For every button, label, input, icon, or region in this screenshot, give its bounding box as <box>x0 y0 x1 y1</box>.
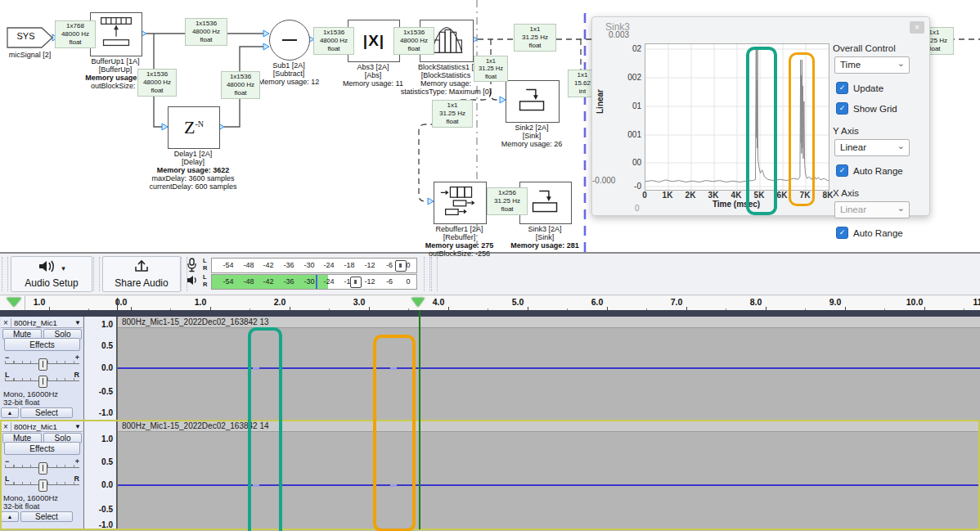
port-triangle-icon <box>500 97 506 103</box>
update-checkbox[interactable]: ✓Update <box>836 82 924 94</box>
y-auto-range-checkbox[interactable]: ✓Auto Range <box>836 164 924 177</box>
block-sink2[interactable] <box>506 80 560 123</box>
vertical-scale-ruler[interactable]: 1.00.50.0-0.5-1.0 <box>84 421 117 529</box>
collapse-button[interactable]: ▲ <box>1 407 19 418</box>
ruler-time-label: 9.0 <box>819 297 852 307</box>
track-close-button[interactable]: × <box>1 422 11 431</box>
track-format-info: 32-bit float <box>3 398 39 407</box>
ruler-time-label: 2.0 <box>263 297 296 307</box>
ruler-time-label: 6.0 <box>581 297 614 307</box>
timeline-ruler[interactable]: 1.00.01.02.03.04.05.06.07.08.09.010.011 <box>0 296 980 310</box>
chevron-down-icon: ⌄ <box>897 138 905 153</box>
x-axis-dropdown[interactable]: Linear⌄ <box>834 201 910 218</box>
meter-peak-indicator <box>350 277 362 288</box>
audio-clip[interactable]: 800Hz_Mic1-15_2022Dec02_163842 13 <box>117 317 980 420</box>
clip-title-bar[interactable]: 800Hz_Mic1-15_2022Dec02_163842 13 <box>118 317 980 328</box>
track-name-bar[interactable]: ×800Hz_Mic1▼ <box>1 317 83 328</box>
pan-slider-thumb[interactable] <box>38 479 47 492</box>
scope-y-tick: 00 <box>609 158 641 167</box>
meter-scale-number: -24 <box>318 277 339 286</box>
overall-control-dropdown[interactable]: Time⌄ <box>834 56 910 74</box>
block-label: SYS <box>7 31 45 41</box>
ruler-time-label: 5.0 <box>501 297 534 307</box>
pan-slider-thumb[interactable] <box>38 376 47 388</box>
channel-label-right: R <box>203 265 207 272</box>
track-menu-caret-icon[interactable]: ▼ <box>74 319 83 326</box>
scale-value: -1.0 <box>85 520 113 529</box>
delay-z-icon: Z-N <box>184 117 204 138</box>
meter-scale-number: -36 <box>278 261 299 269</box>
audacity-toolbar: ▾ Audio Setup Share Audio LR-54-48-42-36… <box>0 254 980 295</box>
pan-slider[interactable]: LR <box>3 371 81 387</box>
signal-label: 1x153648000 Hzfloat <box>137 69 177 97</box>
scale-value: -1.0 <box>85 408 113 417</box>
scale-value: 1.0 <box>85 320 113 329</box>
effects-button[interactable]: Effects <box>4 442 80 455</box>
toolbar-grip[interactable] <box>431 257 438 291</box>
signal-label: 1x153648000 Hzfloat <box>221 71 260 99</box>
play-position-marker[interactable] <box>411 298 425 307</box>
block-caption-delay1: Delay1 [2A][Delay]Memory usage: 3622maxD… <box>128 150 258 191</box>
gain-slider[interactable]: −+ <box>3 457 81 474</box>
scope-y-tick: 001 <box>609 130 641 139</box>
collapse-button[interactable]: ▲ <box>1 511 19 522</box>
block-sub1[interactable] <box>269 20 310 61</box>
gain-slider[interactable]: −+ <box>3 353 81 370</box>
scope-close-button[interactable]: × <box>910 21 924 34</box>
playback-meter[interactable]: -54-48-42-36-30-24-18-12-60 <box>211 274 417 290</box>
track-menu-caret-icon[interactable]: ▼ <box>74 423 83 430</box>
show-grid-checkbox[interactable]: ✓Show Grid <box>836 102 924 115</box>
block-abs3[interactable]: |X| <box>348 20 400 62</box>
sink-icon <box>522 182 569 223</box>
block-diagram-canvas: SYSmicSignal [2]BufferUp1 [1A][BufferUp]… <box>0 0 980 252</box>
track-close-button[interactable]: × <box>1 318 11 327</box>
vertical-scale-ruler[interactable]: 1.00.50.0-0.5-1.0 <box>84 317 117 420</box>
ruler-time-label: 4.0 <box>422 297 455 307</box>
meter-scale-number: -48 <box>238 277 259 286</box>
track-highlight-teal <box>248 327 282 531</box>
close-icon: × <box>915 22 919 32</box>
edit-cursor <box>117 298 118 310</box>
track-name-bar[interactable]: ×800Hz_Mic1▼ <box>1 421 83 432</box>
pan-slider[interactable]: LR <box>3 475 81 491</box>
effects-button[interactable]: Effects <box>4 338 80 351</box>
scrub-ruler[interactable] <box>0 310 980 317</box>
toolbar-grip[interactable] <box>93 257 100 291</box>
scope-highlight-teal <box>746 47 777 215</box>
timeline-options-button[interactable] <box>7 298 21 307</box>
chevron-down-icon: ▾ <box>61 264 65 272</box>
audio-clip[interactable]: 800Hz_Mic1-15_2022Dec02_163842 14 <box>117 421 980 529</box>
sink-icon <box>509 81 556 122</box>
signal-label: 1x153648000 Hzfloat <box>393 27 434 55</box>
toolbar-grip[interactable] <box>2 257 8 291</box>
select-button[interactable]: Select <box>20 511 73 522</box>
toolbar-grip[interactable] <box>424 257 430 291</box>
speaker-icon <box>187 274 198 290</box>
scope-y-tick: 01 <box>609 101 641 110</box>
channel-label-right: R <box>203 281 207 288</box>
meter-scale-number: -36 <box>278 277 299 286</box>
audio-setup-button[interactable]: ▾ Audio Setup <box>11 256 92 292</box>
block-sys[interactable]: SYS <box>7 27 53 48</box>
gain-slider-thumb[interactable] <box>38 358 47 371</box>
share-audio-button[interactable]: Share Audio <box>102 256 181 292</box>
speaker-icon <box>38 259 59 277</box>
select-button[interactable]: Select <box>20 407 73 418</box>
chevron-down-icon: ⌄ <box>897 200 905 215</box>
abs-icon: |X| <box>363 32 384 50</box>
track-name: 800Hz_Mic1 <box>11 422 74 431</box>
block-bufferup1[interactable] <box>90 12 142 56</box>
x-auto-range-checkbox[interactable]: ✓Auto Range <box>836 227 924 239</box>
meter-peak-indicator <box>395 260 407 272</box>
y-axis-dropdown[interactable]: Linear⌄ <box>834 139 910 156</box>
scope-y-tick: 002 <box>609 73 641 82</box>
recording-meter[interactable]: -54-48-42-36-30-24-18-12-60 <box>211 258 417 273</box>
ruler-time-label: 8.0 <box>739 297 772 307</box>
block-delay1[interactable]: Z-N <box>168 106 220 149</box>
signal-label: 1x76848000 Hzfloat <box>55 20 96 48</box>
y-axis-label: Y Axis <box>833 126 924 136</box>
minus-icon <box>282 39 297 41</box>
ruler-time-label: 1.0 <box>184 297 217 307</box>
block-rebuffer1[interactable] <box>434 182 487 224</box>
gain-slider-thumb[interactable] <box>38 462 47 475</box>
